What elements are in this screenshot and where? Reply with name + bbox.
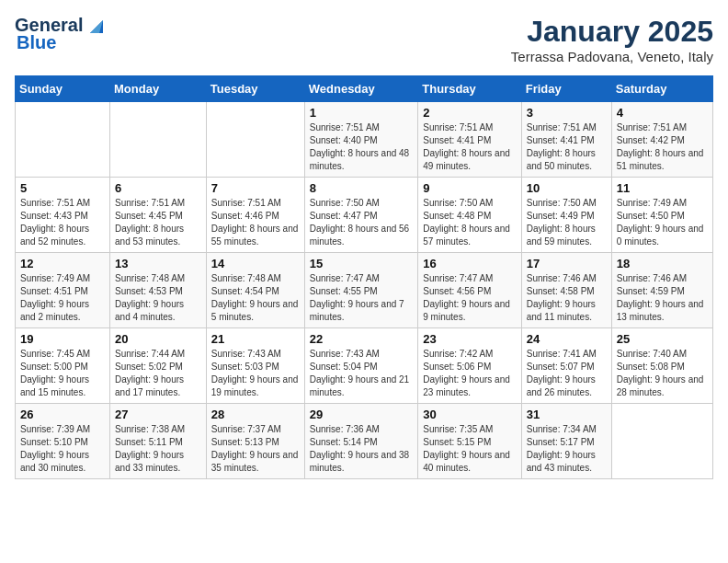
calendar-week-row: 19Sunrise: 7:45 AM Sunset: 5:00 PM Dayli… xyxy=(16,328,713,404)
calendar-cell: 23Sunrise: 7:42 AM Sunset: 5:06 PM Dayli… xyxy=(418,328,521,404)
day-detail: Sunrise: 7:41 AM Sunset: 5:07 PM Dayligh… xyxy=(527,348,607,399)
day-detail: Sunrise: 7:51 AM Sunset: 4:41 PM Dayligh… xyxy=(423,121,516,173)
day-number: 5 xyxy=(20,181,105,195)
weekday-header-sunday: Sunday xyxy=(16,76,110,102)
weekday-header-saturday: Saturday xyxy=(611,76,712,102)
calendar-cell: 8Sunrise: 7:50 AM Sunset: 4:47 PM Daylig… xyxy=(304,178,418,253)
day-detail: Sunrise: 7:35 AM Sunset: 5:15 PM Dayligh… xyxy=(423,423,516,475)
day-detail: Sunrise: 7:43 AM Sunset: 5:03 PM Dayligh… xyxy=(211,348,300,399)
day-detail: Sunrise: 7:48 AM Sunset: 4:54 PM Dayligh… xyxy=(211,272,300,324)
day-number: 29 xyxy=(310,408,414,421)
calendar-cell: 25Sunrise: 7:40 AM Sunset: 5:08 PM Dayli… xyxy=(611,328,712,404)
day-number: 31 xyxy=(527,408,607,421)
calendar-cell: 3Sunrise: 7:51 AM Sunset: 4:41 PM Daylig… xyxy=(521,102,611,178)
day-detail: Sunrise: 7:51 AM Sunset: 4:42 PM Dayligh… xyxy=(617,121,708,173)
weekday-header-wednesday: Wednesday xyxy=(304,76,418,102)
day-number: 8 xyxy=(310,181,414,195)
day-detail: Sunrise: 7:51 AM Sunset: 4:46 PM Dayligh… xyxy=(211,197,300,248)
day-detail: Sunrise: 7:45 AM Sunset: 5:00 PM Dayligh… xyxy=(20,348,105,399)
calendar-cell: 4Sunrise: 7:51 AM Sunset: 4:42 PM Daylig… xyxy=(611,102,712,178)
day-detail: Sunrise: 7:49 AM Sunset: 4:51 PM Dayligh… xyxy=(20,272,105,324)
location-title: Terrassa Padovana, Veneto, Italy xyxy=(511,49,713,64)
weekday-header-tuesday: Tuesday xyxy=(206,76,304,102)
calendar-cell: 27Sunrise: 7:38 AM Sunset: 5:11 PM Dayli… xyxy=(110,404,207,479)
day-number: 4 xyxy=(617,106,708,120)
calendar-header-row: SundayMondayTuesdayWednesdayThursdayFrid… xyxy=(16,76,713,102)
calendar-cell: 6Sunrise: 7:51 AM Sunset: 4:45 PM Daylig… xyxy=(110,178,207,253)
day-number: 26 xyxy=(20,408,105,421)
day-detail: Sunrise: 7:47 AM Sunset: 4:56 PM Dayligh… xyxy=(423,272,516,324)
calendar-cell xyxy=(206,102,304,178)
calendar-cell: 16Sunrise: 7:47 AM Sunset: 4:56 PM Dayli… xyxy=(418,253,521,328)
calendar-cell: 9Sunrise: 7:50 AM Sunset: 4:48 PM Daylig… xyxy=(418,178,521,253)
day-detail: Sunrise: 7:50 AM Sunset: 4:47 PM Dayligh… xyxy=(310,197,414,248)
header: General Blue January 2025 Terrassa Padov… xyxy=(15,15,713,64)
day-number: 17 xyxy=(527,257,607,270)
day-number: 1 xyxy=(310,106,414,120)
calendar-cell: 24Sunrise: 7:41 AM Sunset: 5:07 PM Dayli… xyxy=(521,328,611,404)
day-number: 21 xyxy=(211,332,300,346)
day-number: 27 xyxy=(115,408,201,421)
day-detail: Sunrise: 7:43 AM Sunset: 5:04 PM Dayligh… xyxy=(310,348,414,399)
day-number: 16 xyxy=(423,257,516,270)
day-number: 18 xyxy=(617,257,708,270)
day-detail: Sunrise: 7:51 AM Sunset: 4:41 PM Dayligh… xyxy=(527,121,607,173)
calendar-week-row: 26Sunrise: 7:39 AM Sunset: 5:10 PM Dayli… xyxy=(16,404,713,479)
calendar-week-row: 1Sunrise: 7:51 AM Sunset: 4:40 PM Daylig… xyxy=(16,102,713,178)
calendar-cell: 30Sunrise: 7:35 AM Sunset: 5:15 PM Dayli… xyxy=(418,404,521,479)
day-detail: Sunrise: 7:40 AM Sunset: 5:08 PM Dayligh… xyxy=(617,348,708,399)
calendar-cell: 12Sunrise: 7:49 AM Sunset: 4:51 PM Dayli… xyxy=(16,253,110,328)
calendar-cell: 1Sunrise: 7:51 AM Sunset: 4:40 PM Daylig… xyxy=(304,102,418,178)
day-number: 30 xyxy=(423,408,516,421)
day-detail: Sunrise: 7:48 AM Sunset: 4:53 PM Dayligh… xyxy=(115,272,201,324)
calendar-cell: 14Sunrise: 7:48 AM Sunset: 4:54 PM Dayli… xyxy=(206,253,304,328)
day-number: 15 xyxy=(310,257,414,270)
day-number: 3 xyxy=(527,106,607,120)
weekday-header-friday: Friday xyxy=(521,76,611,102)
day-detail: Sunrise: 7:51 AM Sunset: 4:40 PM Dayligh… xyxy=(310,121,414,173)
calendar-cell: 31Sunrise: 7:34 AM Sunset: 5:17 PM Dayli… xyxy=(521,404,611,479)
day-detail: Sunrise: 7:37 AM Sunset: 5:13 PM Dayligh… xyxy=(211,423,300,475)
day-number: 25 xyxy=(617,332,708,346)
calendar-cell: 22Sunrise: 7:43 AM Sunset: 5:04 PM Dayli… xyxy=(304,328,418,404)
calendar-cell: 28Sunrise: 7:37 AM Sunset: 5:13 PM Dayli… xyxy=(206,404,304,479)
calendar-cell: 19Sunrise: 7:45 AM Sunset: 5:00 PM Dayli… xyxy=(16,328,110,404)
calendar-cell: 29Sunrise: 7:36 AM Sunset: 5:14 PM Dayli… xyxy=(304,404,418,479)
day-number: 23 xyxy=(423,332,516,346)
calendar-week-row: 12Sunrise: 7:49 AM Sunset: 4:51 PM Dayli… xyxy=(16,253,713,328)
day-detail: Sunrise: 7:47 AM Sunset: 4:55 PM Dayligh… xyxy=(310,272,414,324)
day-detail: Sunrise: 7:51 AM Sunset: 4:45 PM Dayligh… xyxy=(115,197,201,248)
calendar-cell: 13Sunrise: 7:48 AM Sunset: 4:53 PM Dayli… xyxy=(110,253,207,328)
weekday-header-thursday: Thursday xyxy=(418,76,521,102)
calendar-cell xyxy=(16,102,110,178)
day-number: 10 xyxy=(527,181,607,195)
day-detail: Sunrise: 7:50 AM Sunset: 4:49 PM Dayligh… xyxy=(527,197,607,248)
calendar-cell: 7Sunrise: 7:51 AM Sunset: 4:46 PM Daylig… xyxy=(206,178,304,253)
calendar-cell: 5Sunrise: 7:51 AM Sunset: 4:43 PM Daylig… xyxy=(16,178,110,253)
day-detail: Sunrise: 7:38 AM Sunset: 5:11 PM Dayligh… xyxy=(115,423,201,475)
calendar-table: SundayMondayTuesdayWednesdayThursdayFrid… xyxy=(15,75,713,479)
calendar-cell: 11Sunrise: 7:49 AM Sunset: 4:50 PM Dayli… xyxy=(611,178,712,253)
day-detail: Sunrise: 7:49 AM Sunset: 4:50 PM Dayligh… xyxy=(617,197,708,248)
logo-icon xyxy=(86,17,107,35)
calendar-cell: 26Sunrise: 7:39 AM Sunset: 5:10 PM Dayli… xyxy=(16,404,110,479)
day-number: 6 xyxy=(115,181,201,195)
day-detail: Sunrise: 7:36 AM Sunset: 5:14 PM Dayligh… xyxy=(310,423,414,475)
day-number: 19 xyxy=(20,332,105,346)
month-title: January 2025 xyxy=(511,15,713,49)
day-number: 14 xyxy=(211,257,300,270)
day-number: 13 xyxy=(115,257,201,270)
calendar-cell: 21Sunrise: 7:43 AM Sunset: 5:03 PM Dayli… xyxy=(206,328,304,404)
day-detail: Sunrise: 7:46 AM Sunset: 4:58 PM Dayligh… xyxy=(527,272,607,324)
calendar-cell: 18Sunrise: 7:46 AM Sunset: 4:59 PM Dayli… xyxy=(611,253,712,328)
weekday-header-monday: Monday xyxy=(110,76,207,102)
day-number: 22 xyxy=(310,332,414,346)
day-detail: Sunrise: 7:50 AM Sunset: 4:48 PM Dayligh… xyxy=(423,197,516,248)
day-number: 28 xyxy=(211,408,300,421)
title-area: January 2025 Terrassa Padovana, Veneto, … xyxy=(511,15,713,64)
day-number: 2 xyxy=(423,106,516,120)
day-detail: Sunrise: 7:51 AM Sunset: 4:43 PM Dayligh… xyxy=(20,197,105,248)
day-number: 7 xyxy=(211,181,300,195)
day-number: 9 xyxy=(423,181,516,195)
logo-blue-text: Blue xyxy=(17,32,56,53)
